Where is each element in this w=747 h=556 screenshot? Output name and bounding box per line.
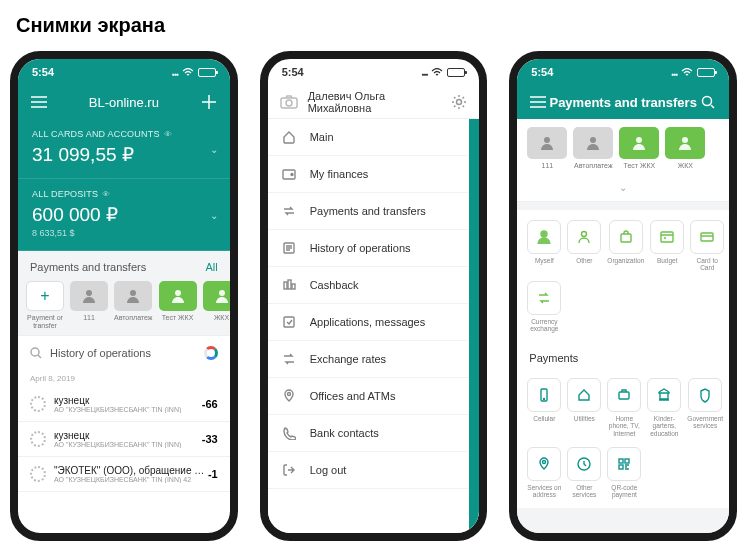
deposits-label: ALL DEPOSITS	[32, 189, 98, 199]
menu-item-history[interactable]: History of operations	[268, 230, 480, 267]
op-title: кузнецк	[54, 430, 181, 441]
status-icons	[172, 66, 216, 78]
grid-caption: Government services	[687, 415, 723, 429]
grid-icon	[567, 447, 601, 481]
quick-card[interactable]: Тест ЖКХ	[159, 281, 197, 322]
grid-card[interactable]: Home phone, TV, Internet	[607, 378, 641, 436]
user-name: Далевич Ольга Михайловна	[308, 90, 442, 114]
grid-card[interactable]: Kinder-gartens, education	[647, 378, 681, 436]
menu-label: Bank contacts	[310, 427, 379, 439]
op-sub: АО "КУЗНЕЦКБИЗНЕСБАНК" TIN (INN)	[54, 406, 181, 413]
all-link[interactable]: All	[205, 261, 217, 273]
transfer-icon	[282, 204, 298, 218]
app-title: BL-online.ru	[89, 95, 159, 110]
payments-grid-2: Services on addressOther servicesQR-code…	[517, 447, 729, 508]
menu-label: Applications, messages	[310, 316, 426, 328]
battery-icon	[198, 68, 216, 77]
menu-label: History of operations	[310, 242, 411, 254]
top-card[interactable]: 111	[527, 127, 567, 170]
grid-card[interactable]: Government services	[687, 378, 723, 436]
quick-card[interactable]: +Payment or transfer	[26, 281, 64, 329]
quick-card[interactable]: 111	[70, 281, 108, 322]
menu-item-apps[interactable]: Applications, messages	[268, 304, 480, 341]
gear-icon[interactable]	[451, 94, 467, 110]
battery-icon	[697, 68, 715, 77]
grid-card[interactable]: Cellular	[527, 378, 561, 436]
payments-title: Payments and transfers	[30, 261, 146, 273]
chevron-down-icon[interactable]: ⌄	[517, 178, 729, 202]
quick-card[interactable]: ЖКХ	[203, 281, 238, 322]
deposits-value: 600 000 ₽	[32, 203, 216, 226]
grid-card[interactable]: Currency exchange	[527, 281, 561, 332]
accounts-block[interactable]: ALL CARDS AND ACCOUNTS👁 31 099,55 ₽ ⌄	[18, 119, 230, 179]
card-icon	[527, 127, 567, 159]
svg-rect-23	[621, 234, 631, 242]
deposits-sub: 8 633,51 $	[32, 228, 216, 238]
grid-caption: QR-code payment	[607, 484, 641, 498]
op-amount: -33	[202, 433, 218, 445]
plus-icon[interactable]	[200, 93, 218, 111]
grid-card[interactable]: Utilities	[567, 378, 601, 436]
menu-item-rates[interactable]: Exchange rates	[268, 341, 480, 378]
menu-item-transfer[interactable]: Payments and transfers	[268, 193, 480, 230]
quick-card[interactable]: Автоплатеж	[114, 281, 153, 322]
svg-point-22	[582, 231, 587, 236]
chart-icon[interactable]	[204, 346, 218, 360]
search-icon[interactable]	[699, 93, 717, 111]
menu-label: My finances	[310, 168, 369, 180]
menu-item-cashback[interactable]: Cashback	[268, 267, 480, 304]
grid-caption: Other services	[567, 484, 601, 498]
grid-icon: 16">	[527, 220, 561, 254]
grid-card[interactable]: Other services	[567, 447, 601, 498]
search-icon	[30, 347, 42, 359]
card-caption: Автоплатеж	[573, 162, 613, 170]
card-icon	[203, 281, 238, 311]
payments-section-head: Payments and transfers All	[18, 251, 230, 281]
grid-icon	[647, 378, 681, 412]
operation-row[interactable]: "ЭКОТЕК" (ООО), обращение с ткоАО "КУЗНЕ…	[18, 457, 230, 492]
wifi-icon	[681, 68, 693, 77]
menu-item-offices[interactable]: Offices and ATMs	[268, 378, 480, 415]
eye-icon: 👁	[164, 130, 172, 139]
drawer-menu: MainMy financesPayments and transfersHis…	[268, 119, 480, 533]
drawer-strip	[469, 119, 479, 533]
grid-card[interactable]: Services on address	[527, 447, 561, 498]
history-head[interactable]: History of operations	[18, 335, 230, 370]
op-title: "ЭКОТЕК" (ООО), обращение с тко	[54, 465, 208, 476]
grid-card[interactable]: 16">Myself	[527, 220, 561, 271]
grid-card[interactable]: Budget	[650, 220, 684, 271]
screenshot-2: 5:54 Далевич Ольга Михайловна MainMy fin…	[260, 51, 488, 541]
grid-card[interactable]: Organization	[607, 220, 644, 271]
menu-label: Main	[310, 131, 334, 143]
menu-item-contacts[interactable]: Bank contacts	[268, 415, 480, 452]
svg-point-18	[590, 137, 596, 143]
top-card[interactable]: Тест ЖКХ	[619, 127, 659, 170]
menu-icon[interactable]	[30, 93, 48, 111]
top-card[interactable]: Автоплатеж	[573, 127, 613, 170]
screenshot-1: 5:54 BL-online.ru ALL C	[10, 51, 238, 541]
deposits-block[interactable]: ALL DEPOSITS👁 600 000 ₽ 8 633,51 $ ⌄	[18, 179, 230, 251]
drawer-header: Далевич Ольга Михайловна	[268, 85, 480, 119]
menu-item-home[interactable]: Main	[268, 119, 480, 156]
grid-card[interactable]: Other	[567, 220, 601, 271]
menu-item-wallet[interactable]: My finances	[268, 156, 480, 193]
card-icon	[619, 127, 659, 159]
status-time: 5:54	[531, 66, 553, 78]
top-bar: BL-online.ru	[18, 85, 230, 119]
grid-card[interactable]: Card to Card	[690, 220, 724, 271]
wifi-icon	[431, 68, 443, 77]
grid-icon	[527, 281, 561, 315]
quick-cards-row: +Payment or transfer111АвтоплатежТест ЖК…	[18, 281, 230, 335]
signal-icon	[671, 66, 677, 78]
wallet-icon	[282, 167, 298, 181]
menu-item-logout[interactable]: Log out	[268, 452, 480, 489]
menu-icon[interactable]	[529, 93, 547, 111]
camera-icon[interactable]	[280, 95, 298, 109]
grid-icon	[607, 378, 641, 412]
svg-point-16	[703, 97, 712, 106]
top-card[interactable]: ЖКХ	[665, 127, 705, 170]
card-icon	[665, 127, 705, 159]
operation-row[interactable]: кузнецкАО "КУЗНЕЦКБИЗНЕСБАНК" TIN (INN)-…	[18, 422, 230, 457]
grid-card[interactable]: QR-code payment	[607, 447, 641, 498]
operation-row[interactable]: кузнецкАО "КУЗНЕЦКБИЗНЕСБАНК" TIN (INN)-…	[18, 387, 230, 422]
